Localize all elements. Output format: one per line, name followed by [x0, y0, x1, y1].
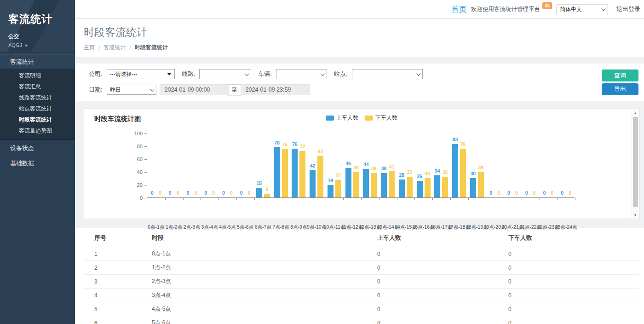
line-select[interactable] — [199, 69, 251, 79]
main-area: 首页 欢迎使用客流统计管理平台 34 简体中文 退出登录 时段客流统计 主页/客… — [75, 0, 644, 324]
sidebar-item[interactable]: 客流汇总 — [0, 81, 75, 92]
x-axis-label: 2点-3点 — [184, 224, 200, 231]
sidebar-item[interactable]: 客流量趋势图 — [0, 125, 75, 136]
sidebar-item[interactable]: 客流明细 — [0, 70, 75, 81]
table-cell: 0 — [498, 261, 639, 275]
x-axis-tick — [486, 198, 486, 200]
bar-value: 0 — [551, 190, 553, 196]
x-axis-tick — [343, 198, 344, 200]
table-cell: 0 — [498, 247, 639, 261]
table-cell: 0 — [498, 316, 639, 324]
language-value: 简体中文 — [560, 6, 582, 13]
bar — [425, 178, 431, 197]
page-header: 时段客流统计 主页/客流统计/时段客流统计 — [75, 19, 644, 57]
table-cell: 4点-5点 — [141, 302, 367, 316]
y-axis-label: 80 — [129, 144, 143, 149]
table-cell: 0 — [367, 247, 498, 261]
x-axis-tick — [308, 198, 308, 200]
sidebar-item[interactable]: 设备状态 — [0, 141, 75, 155]
sidebar-item[interactable]: 客流统计 — [0, 54, 75, 69]
station-select[interactable] — [352, 69, 423, 79]
language-select[interactable]: 简体中文 — [557, 5, 608, 14]
sidebar-submenu: 客流明细客流汇总线路客流统计站点客流统计时段客流统计客流量趋势图 — [0, 69, 75, 140]
bar — [371, 173, 377, 197]
bar — [470, 178, 476, 197]
table-cell: 0点-1点 — [141, 247, 367, 261]
date-from-input[interactable] — [160, 84, 229, 95]
scrollbar-thumb[interactable] — [633, 117, 638, 207]
legend-item[interactable]: 下车人数 — [365, 114, 397, 122]
line-label: 线路: — [182, 70, 196, 78]
bar-value: 75 — [282, 142, 288, 147]
home-link[interactable]: 首页 — [451, 4, 467, 15]
chart-legend: 上车人数下车人数 — [326, 114, 397, 122]
bar-value: 28 — [399, 172, 405, 178]
scroll-down-icon[interactable]: ▼ — [632, 212, 638, 218]
x-axis-tick — [236, 198, 237, 200]
bar-value: 0 — [240, 190, 243, 196]
vehicle-select[interactable] — [276, 69, 327, 79]
chevron-down-icon — [416, 71, 420, 76]
y-axis-label: 20 — [129, 182, 143, 188]
account-dropdown[interactable]: AQGJ — [8, 42, 67, 48]
bar — [310, 170, 316, 197]
sidebar-item[interactable]: 线路客流统计 — [0, 92, 75, 103]
sidebar-item[interactable]: 基础数据 — [0, 156, 75, 170]
x-axis-tick — [468, 198, 469, 200]
date-to-input[interactable] — [241, 84, 310, 95]
date-preset-select[interactable]: 昨日 — [107, 85, 156, 95]
chart-panel: 时段车流统计图 上车人数下车人数 020406080100000点-1点001点… — [84, 109, 639, 219]
bar — [381, 173, 387, 197]
export-button[interactable]: 导出 — [602, 83, 638, 95]
bar-value: 0 — [159, 190, 161, 196]
bar-value: 0 — [151, 190, 154, 196]
bar-value: 44 — [363, 162, 369, 167]
dropdown-arrow-icon — [167, 73, 172, 75]
y-axis-tick — [144, 159, 147, 160]
logout-link[interactable]: 退出登录 — [616, 5, 640, 13]
company-value: ---请选择--- — [110, 70, 138, 78]
bar-value: 38 — [371, 166, 377, 171]
breadcrumb-separator: / — [129, 45, 131, 51]
bar — [363, 169, 369, 197]
bar-value: 0 — [497, 190, 500, 196]
table-cell: 3点-4点 — [141, 289, 367, 302]
sidebar-item[interactable]: 站点客流统计 — [0, 103, 75, 114]
bar-value: 0 — [204, 190, 207, 196]
x-axis-label: 0点-1点 — [148, 224, 164, 231]
station-label: 站点: — [334, 70, 348, 78]
company-select[interactable]: ---请选择--- — [107, 69, 175, 79]
x-axis-tick — [414, 198, 415, 200]
x-axis-tick — [379, 198, 380, 200]
x-axis-label: 8点-9点 — [290, 224, 307, 231]
y-axis-label: 100 — [129, 131, 143, 136]
notification-badge[interactable]: 34 — [542, 2, 552, 9]
bar — [282, 149, 288, 197]
table-row: 54点-5点00 — [84, 302, 639, 316]
date-label: 日期: — [89, 86, 103, 94]
sidebar-item[interactable]: 时段客流统计 — [0, 114, 75, 125]
breadcrumb-item[interactable]: 客流统计 — [104, 44, 126, 52]
table-cell: 3 — [84, 275, 141, 289]
search-button[interactable]: 查询 — [602, 69, 638, 81]
x-axis-tick — [218, 198, 219, 200]
table-cell: 1 — [84, 247, 141, 261]
filter-row-2: 日期: 昨日 至 — [89, 84, 589, 95]
bar-value: 0 — [561, 190, 564, 196]
y-axis-label: 0 — [129, 195, 143, 201]
bar-value: 0 — [515, 190, 518, 196]
bar-value: 32 — [443, 169, 448, 175]
breadcrumb-item[interactable]: 主页 — [84, 44, 95, 52]
bar-value: 19 — [328, 178, 334, 183]
x-axis-label: 1点-2点 — [166, 224, 182, 231]
legend-item[interactable]: 上车人数 — [326, 114, 358, 122]
bar — [478, 172, 484, 197]
scroll-up-icon[interactable]: ▲ — [632, 110, 638, 116]
chart-scrollbar[interactable]: ▲ ▼ — [632, 110, 638, 218]
bar — [256, 188, 262, 197]
legend-swatch — [326, 116, 334, 121]
x-axis-tick — [450, 198, 451, 200]
bar-value: 34 — [435, 168, 440, 174]
legend-label: 上车人数 — [336, 114, 358, 122]
bar-value: 30 — [425, 171, 430, 176]
